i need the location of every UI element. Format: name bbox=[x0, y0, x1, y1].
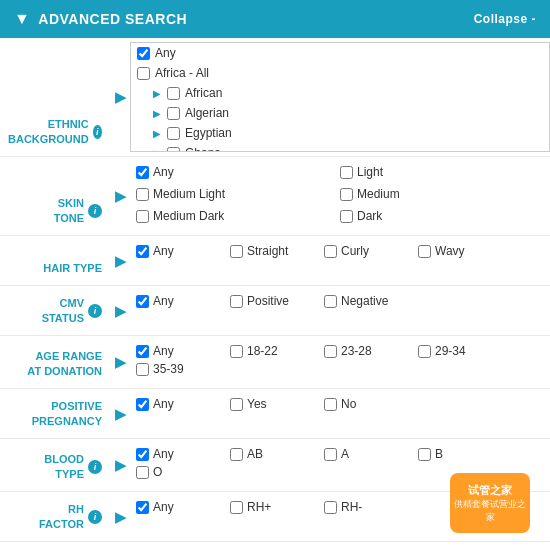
pregnancy-yes[interactable]: Yes bbox=[230, 397, 310, 411]
ethnic-any-checkbox[interactable] bbox=[137, 47, 150, 60]
algerian-expand-icon: ▶ bbox=[153, 108, 163, 119]
hair-straight[interactable]: Straight bbox=[230, 244, 310, 258]
ethnic-arrow-col: ▶ bbox=[110, 38, 130, 156]
blood-b-checkbox[interactable] bbox=[418, 448, 431, 461]
ethnic-egyptian-checkbox[interactable] bbox=[167, 127, 180, 140]
cmv-negative[interactable]: Negative bbox=[324, 294, 404, 308]
age-35-39[interactable]: 35-39 bbox=[136, 362, 216, 376]
ethnic-ghana-checkbox[interactable] bbox=[167, 147, 180, 153]
ethnic-african[interactable]: ▶ African bbox=[131, 83, 549, 103]
skin-tone-medium-checkbox[interactable] bbox=[340, 188, 353, 201]
skin-tone-medium-light[interactable]: Medium Light bbox=[136, 187, 326, 201]
blood-ab[interactable]: AB bbox=[230, 447, 310, 461]
ethnic-egyptian[interactable]: ▶ Egyptian bbox=[131, 123, 549, 143]
skin-tone-medium-dark-checkbox[interactable] bbox=[136, 210, 149, 223]
hair-wavy-checkbox[interactable] bbox=[418, 245, 431, 258]
blood-o[interactable]: O bbox=[136, 465, 216, 479]
blood-type-content: Any AB A B O bbox=[130, 439, 550, 491]
pregnancy-any[interactable]: Any bbox=[136, 397, 216, 411]
age-18-22[interactable]: 18-22 bbox=[230, 344, 310, 358]
hair-type-expand-arrow: ▶ bbox=[115, 253, 126, 269]
skin-tone-dark[interactable]: Dark bbox=[340, 209, 530, 223]
skin-tone-dark-checkbox[interactable] bbox=[340, 210, 353, 223]
blood-any-checkbox[interactable] bbox=[136, 448, 149, 461]
skin-tone-any[interactable]: Any bbox=[136, 165, 326, 179]
ethnic-background-label: ETHNIC BACKGROUND i bbox=[0, 38, 110, 156]
hair-curly[interactable]: Curly bbox=[324, 244, 404, 258]
rh-negative[interactable]: RH- bbox=[324, 500, 404, 514]
age-23-28-checkbox[interactable] bbox=[324, 345, 337, 358]
ethnic-algerian-checkbox[interactable] bbox=[167, 107, 180, 120]
pregnancy-any-checkbox[interactable] bbox=[136, 398, 149, 411]
ethnic-african-checkbox[interactable] bbox=[167, 87, 180, 100]
blood-ab-checkbox[interactable] bbox=[230, 448, 243, 461]
positive-pregnancy-arrow-col: ▶ bbox=[110, 389, 130, 438]
cmv-positive-checkbox[interactable] bbox=[230, 295, 243, 308]
ethnic-label-text: ETHNIC BACKGROUND bbox=[8, 117, 89, 146]
rh-any-checkbox[interactable] bbox=[136, 501, 149, 514]
skin-tone-any-checkbox[interactable] bbox=[136, 166, 149, 179]
rh-negative-checkbox[interactable] bbox=[324, 501, 337, 514]
blood-a[interactable]: A bbox=[324, 447, 404, 461]
collapse-button[interactable]: Collapse - bbox=[474, 12, 536, 26]
pregnancy-no[interactable]: No bbox=[324, 397, 404, 411]
rh-factor-group: Any RH+ RH- bbox=[136, 500, 544, 518]
blood-b[interactable]: B bbox=[418, 447, 498, 461]
age-any-checkbox[interactable] bbox=[136, 345, 149, 358]
cmv-any-checkbox[interactable] bbox=[136, 295, 149, 308]
cmv-group: Any Positive Negative bbox=[136, 294, 544, 312]
ethnic-algerian[interactable]: ▶ Algerian bbox=[131, 103, 549, 123]
age-18-22-checkbox[interactable] bbox=[230, 345, 243, 358]
skin-tone-medium[interactable]: Medium bbox=[340, 187, 530, 201]
blood-o-checkbox[interactable] bbox=[136, 466, 149, 479]
age-35-39-checkbox[interactable] bbox=[136, 363, 149, 376]
blood-type-section: BLOOD TYPE i ▶ Any AB A bbox=[0, 439, 550, 492]
hair-any-checkbox[interactable] bbox=[136, 245, 149, 258]
pregnancy-yes-checkbox[interactable] bbox=[230, 398, 243, 411]
ethnic-africa-all[interactable]: Africa - All bbox=[131, 63, 549, 83]
header-arrow-icon: ▼ bbox=[14, 10, 30, 28]
skin-tone-label-text: SKIN TONE bbox=[54, 196, 84, 225]
age-29-34[interactable]: 29-34 bbox=[418, 344, 498, 358]
positive-pregnancy-group: Any Yes No bbox=[136, 397, 544, 415]
rh-any[interactable]: Any bbox=[136, 500, 216, 514]
blood-type-info-icon[interactable]: i bbox=[88, 460, 102, 474]
ghana-expand-icon: ▶ bbox=[153, 148, 163, 153]
skin-tone-light[interactable]: Light bbox=[340, 165, 530, 179]
skin-tone-medium-dark[interactable]: Medium Dark bbox=[136, 209, 326, 223]
cmv-status-label-text: CMV STATUS bbox=[42, 296, 84, 325]
rh-factor-label-text: RH FACTOR bbox=[39, 502, 84, 531]
skin-tone-light-checkbox[interactable] bbox=[340, 166, 353, 179]
cmv-info-icon[interactable]: i bbox=[88, 304, 102, 318]
hair-wavy[interactable]: Wavy bbox=[418, 244, 498, 258]
hair-any[interactable]: Any bbox=[136, 244, 216, 258]
cmv-positive[interactable]: Positive bbox=[230, 294, 310, 308]
ethnic-africa-all-checkbox[interactable] bbox=[137, 67, 150, 80]
ethnic-info-icon[interactable]: i bbox=[93, 125, 102, 139]
ethnic-any[interactable]: Any bbox=[131, 43, 549, 63]
hair-type-label: HAIR TYPE bbox=[0, 236, 110, 285]
hair-curly-checkbox[interactable] bbox=[324, 245, 337, 258]
skin-tone-medium-light-checkbox[interactable] bbox=[136, 188, 149, 201]
pregnancy-no-checkbox[interactable] bbox=[324, 398, 337, 411]
age-any[interactable]: Any bbox=[136, 344, 216, 358]
skin-tone-grid: Any Light Medium Light Medium Medium Dar… bbox=[136, 165, 544, 227]
ethnic-list[interactable]: Any Africa - All ▶ African ▶ Algeria bbox=[130, 42, 550, 152]
blood-any[interactable]: Any bbox=[136, 447, 216, 461]
age-range-arrow-col: ▶ bbox=[110, 336, 130, 388]
advanced-search-header: ▼ ADVANCED SEARCH Collapse - bbox=[0, 0, 550, 38]
age-29-34-checkbox[interactable] bbox=[418, 345, 431, 358]
age-23-28[interactable]: 23-28 bbox=[324, 344, 404, 358]
blood-a-checkbox[interactable] bbox=[324, 448, 337, 461]
skin-tone-info-icon[interactable]: i bbox=[88, 204, 102, 218]
rh-factor-info-icon[interactable]: i bbox=[88, 510, 102, 524]
search-content: ETHNIC BACKGROUND i ▶ Any Africa - All bbox=[0, 38, 550, 542]
rh-positive[interactable]: RH+ bbox=[230, 500, 310, 514]
cmv-any[interactable]: Any bbox=[136, 294, 216, 308]
ethnic-ghana[interactable]: ▶ Ghana bbox=[131, 143, 549, 152]
rh-positive-checkbox[interactable] bbox=[230, 501, 243, 514]
cmv-negative-checkbox[interactable] bbox=[324, 295, 337, 308]
rh-factor-label: RH FACTOR i bbox=[0, 492, 110, 541]
rh-factor-section: RH FACTOR i ▶ Any RH+ RH- bbox=[0, 492, 550, 542]
hair-straight-checkbox[interactable] bbox=[230, 245, 243, 258]
